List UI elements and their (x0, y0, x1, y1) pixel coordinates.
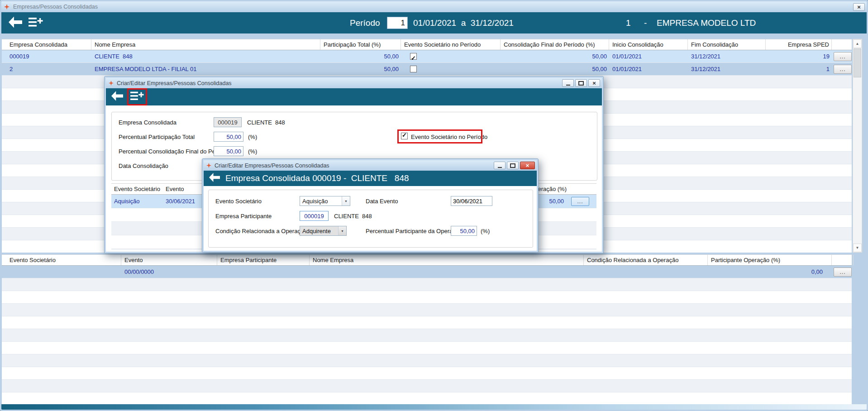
close-button[interactable]: × (853, 3, 865, 11)
col-evento[interactable]: Evento (122, 255, 217, 265)
back-button[interactable] (111, 91, 123, 103)
percentual-participacao-input[interactable] (214, 132, 243, 142)
col-actions (833, 255, 854, 265)
table-row[interactable]: 2 EMPRESA MODELO LTDA - FILIAL 01 50,00 … (2, 63, 852, 76)
back-arrow-icon (9, 21, 22, 29)
col-nome-empresa[interactable]: Nome Empresa (310, 255, 584, 265)
data-evento-input[interactable] (451, 196, 492, 206)
cell-evento: 00/00/0000 (122, 266, 217, 278)
percentual-operacao-input[interactable] (451, 226, 477, 236)
col-nome-empresa[interactable]: Nome Empresa (92, 39, 320, 50)
empresa-consolidada-label: Empresa Consolidada (119, 119, 176, 126)
cell-evento-societario: Aquisição (114, 195, 139, 208)
data-evento-label: Data Evento (366, 198, 398, 205)
cell-evento-societario (402, 63, 501, 75)
col-participacao-total[interactable]: Participação Total (%) (321, 39, 401, 50)
maximize-button[interactable] (507, 162, 519, 169)
app-icon (4, 4, 10, 10)
cell-empresa-sped: 19 (767, 50, 832, 62)
cell-consolidacao-final: 50,00 (501, 50, 609, 62)
window-title: Empresas/Pessoas Consolidadas (13, 4, 98, 10)
cell-actions: ... (833, 266, 854, 278)
col-evento-societario[interactable]: Evento Societário (114, 184, 160, 194)
cell-inicio-consolidacao: 01/01/2021 (610, 50, 688, 62)
cell-participante-operacao: 0,00 (709, 266, 832, 278)
vertical-scrollbar[interactable]: ▲ ▼ (853, 39, 862, 253)
percent-unit: (%) (248, 148, 257, 155)
select-value: Adquirente (300, 228, 338, 234)
percent-unit: (%) (481, 228, 490, 234)
bottom-grid-header: Evento Societário Evento Empresa Partici… (2, 254, 852, 266)
maximize-icon (578, 81, 584, 86)
col-empresa-consolidada[interactable]: Empresa Consolidada (7, 39, 91, 50)
col-fim-consolidacao[interactable]: Fim Consolidação (689, 39, 766, 50)
event-dialog-body: Evento Societário Aquisição ▼ Data Event… (204, 186, 537, 251)
condicao-operacao-label: Condição Relacionada a Operação (215, 228, 307, 234)
percentual-participacao-label: Percentual Participação Total (119, 134, 195, 140)
evento-societario-checkbox[interactable] (410, 66, 417, 72)
back-arrow-icon (111, 95, 123, 102)
table-row[interactable]: 000019 CLIENTE 848 50,00 50,00 01/01/202… (2, 50, 852, 63)
add-list-button[interactable] (29, 17, 43, 29)
main-toolbar: Período 01/01/2021 a 31/12/2021 1 - EMPR… (1, 12, 867, 33)
minimize-button[interactable] (494, 162, 506, 169)
percentual-consolidacao-input[interactable] (214, 146, 243, 156)
evento-societario-checkbox[interactable] (410, 53, 417, 60)
col-empresa-participante[interactable]: Empresa Participante (218, 255, 310, 265)
highlight-box-add-button (127, 88, 147, 105)
cell-participante-operacao: 50,00 (549, 195, 564, 208)
col-consolidacao-final[interactable]: Consolidação Final do Período (%) (501, 39, 609, 50)
more-button[interactable]: ... (834, 65, 852, 74)
cell-nome-empresa: CLIENTE 848 (92, 50, 320, 62)
main-window: Empresas/Pessoas Consolidadas × Período … (0, 0, 868, 411)
minimize-button[interactable] (562, 79, 574, 87)
col-evento-societario[interactable]: Evento Societário (7, 255, 121, 265)
col-participante-operacao[interactable]: Participante Operação (%) (709, 255, 832, 265)
bottom-table-row[interactable]: 00/00/0000 0,00 ... (2, 266, 852, 278)
close-icon: × (857, 4, 861, 10)
maximize-button[interactable] (575, 79, 587, 87)
empresa-participante-name: CLIENTE 848 (334, 213, 372, 220)
col-actions (833, 39, 854, 50)
close-button[interactable]: × (588, 79, 600, 87)
empresa-participante-input[interactable] (300, 211, 329, 221)
edit-dialog-titlebar: Criar/Editar Empresas/Pessoas Consolidad… (106, 78, 602, 88)
percentual-consolidacao-label: Percentual Consolidação Final do Período (119, 148, 229, 155)
more-button[interactable]: ... (834, 52, 852, 61)
back-button[interactable] (9, 16, 22, 29)
col-empresa-sped[interactable]: Empresa SPED (767, 39, 832, 50)
back-button[interactable] (209, 173, 220, 184)
scroll-thumb[interactable] (854, 48, 861, 77)
event-dialog: Criar/Editar Empresas/Pessoas Consolidad… (202, 158, 539, 253)
condicao-operacao-select[interactable]: Adquirente ▼ (300, 226, 347, 236)
evento-societario-select[interactable]: Aquisição ▼ (300, 196, 350, 206)
col-inicio-consolidacao[interactable]: Inicio Consolidação (610, 39, 688, 50)
chevron-down-icon: ▼ (342, 196, 350, 206)
empresa-consolidada-name: CLIENTE 848 (247, 119, 285, 126)
cell-empresa-consolidada: 000019 (7, 50, 91, 62)
main-titlebar: Empresas/Pessoas Consolidadas × (1, 1, 867, 12)
close-button[interactable]: × (520, 162, 535, 169)
periodo-input[interactable] (387, 17, 408, 29)
event-dialog-titlebar: Criar/Editar Empresas/Pessoas Consolidad… (204, 160, 537, 171)
close-icon: × (592, 80, 596, 86)
company-name: EMPRESA MODELO LTD (657, 18, 756, 28)
app-icon (206, 163, 211, 168)
more-button[interactable]: ... (834, 268, 852, 277)
col-evento[interactable]: Evento (166, 184, 184, 194)
cell-consolidacao-final: 50,00 (501, 63, 609, 75)
cell-evento: 30/06/2021 (166, 195, 195, 208)
company-dash: - (644, 18, 647, 28)
scroll-down-icon[interactable]: ▼ (853, 244, 862, 252)
event-dialog-toolbar: Empresa Consolidada 000019 - CLIENTE 848 (204, 171, 537, 186)
scroll-up-icon[interactable]: ▲ (853, 39, 862, 48)
empresa-consolidada-input[interactable] (214, 117, 242, 127)
company-code: 1 (626, 18, 631, 28)
select-value: Aquisição (300, 198, 342, 205)
cell-actions: ... (833, 63, 854, 75)
more-button[interactable]: ... (571, 197, 589, 206)
cell-inicio-consolidacao: 01/01/2021 (610, 63, 688, 75)
col-condicao-operacao[interactable]: Condição Relacionada a Operação (585, 255, 708, 265)
col-evento-societario[interactable]: Evento Societário no Período (402, 39, 501, 50)
chevron-down-icon: ▼ (338, 226, 346, 235)
